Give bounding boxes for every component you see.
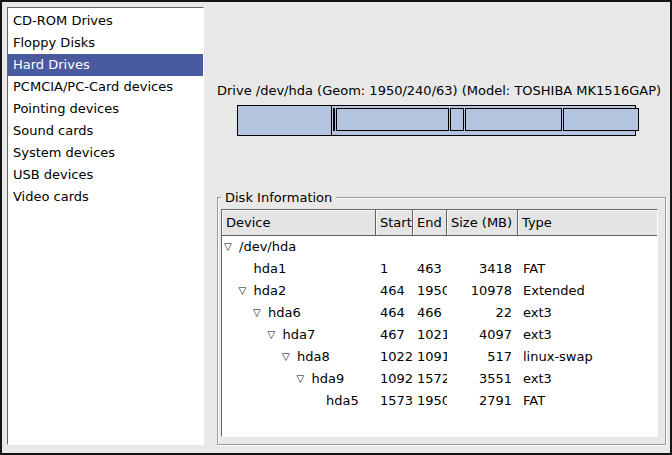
sidebar-item-floppy-disks[interactable]: Floppy Disks bbox=[8, 32, 203, 54]
partition-segment-hda7 bbox=[336, 108, 448, 131]
start-cell: 1573 bbox=[376, 390, 413, 412]
device-cell: ▽hda8 bbox=[222, 346, 376, 368]
sidebar-item-sound-cards[interactable]: Sound cards bbox=[8, 120, 203, 142]
device-cell: ▽hda7 bbox=[222, 324, 376, 346]
start-cell: 1 bbox=[376, 258, 413, 280]
start-cell: 1022 bbox=[376, 346, 413, 368]
end-cell: 1572 bbox=[413, 368, 447, 390]
table-row-hda1[interactable]: hda114633418FAT bbox=[222, 258, 657, 280]
expander-open-icon[interactable]: ▽ bbox=[253, 302, 268, 324]
table-row-hda7[interactable]: ▽hda746710214097ext3 bbox=[222, 324, 657, 346]
partition-segment-hda5 bbox=[563, 108, 639, 131]
expander-open-icon[interactable]: ▽ bbox=[282, 346, 297, 368]
expander-open-icon[interactable]: ▽ bbox=[268, 324, 283, 346]
expander-open-icon[interactable]: ▽ bbox=[224, 236, 239, 258]
end-cell: 1021 bbox=[413, 324, 447, 346]
device-name: hda6 bbox=[268, 302, 301, 324]
column-header-type[interactable]: Type bbox=[518, 210, 657, 236]
size-cell: 22 bbox=[447, 302, 518, 324]
size-cell: 3551 bbox=[447, 368, 518, 390]
type-cell bbox=[518, 236, 657, 258]
size-cell: 4097 bbox=[447, 324, 518, 346]
column-header-end[interactable]: End bbox=[413, 210, 447, 236]
device-cell: ▽hda9 bbox=[222, 368, 376, 390]
expander-open-icon[interactable]: ▽ bbox=[239, 280, 254, 302]
device-cell: ▽/dev/hda bbox=[222, 236, 376, 258]
disk-information-label: Disk Information bbox=[221, 190, 336, 205]
start-cell bbox=[376, 236, 413, 258]
table-row-hda2[interactable]: ▽hda2464195010978Extended bbox=[222, 280, 657, 302]
device-cell: ▽hda6 bbox=[222, 302, 376, 324]
partition-segment-hda2 bbox=[332, 106, 635, 135]
sidebar-item-hard-drives[interactable]: Hard Drives bbox=[8, 54, 203, 76]
type-cell: ext3 bbox=[518, 302, 657, 324]
drive-title: Drive /dev/hda (Geom: 1950/240/63) (Mode… bbox=[217, 83, 657, 99]
device-cell: ▽hda2 bbox=[222, 280, 376, 302]
device-category-list: CD-ROM DrivesFloppy DisksHard DrivesPCMC… bbox=[7, 7, 204, 445]
disk-information-group: Disk Information DeviceStartEndSize (MB)… bbox=[217, 197, 666, 445]
size-cell: 3418 bbox=[447, 258, 518, 280]
end-cell: 1091 bbox=[413, 346, 447, 368]
expander-open-icon[interactable]: ▽ bbox=[297, 368, 312, 390]
type-cell: FAT bbox=[518, 390, 657, 412]
start-cell: 464 bbox=[376, 280, 413, 302]
partition-table: DeviceStartEndSize (MB)Type ▽/dev/hdahda… bbox=[221, 209, 658, 437]
partition-segment-hda6 bbox=[333, 108, 335, 131]
start-cell: 464 bbox=[376, 302, 413, 324]
sidebar-item-pointing-devices[interactable]: Pointing devices bbox=[8, 98, 203, 120]
table-row-hda9[interactable]: ▽hda9109215723551ext3 bbox=[222, 368, 657, 390]
column-header-size-mb[interactable]: Size (MB) bbox=[447, 210, 518, 236]
sidebar-item-video-cards[interactable]: Video cards bbox=[8, 186, 203, 208]
end-cell: 1950 bbox=[413, 390, 447, 412]
device-name: hda5 bbox=[326, 390, 359, 412]
end-cell: 466 bbox=[413, 302, 447, 324]
partition-segment-hda1 bbox=[238, 106, 332, 135]
sidebar-item-system-devices[interactable]: System devices bbox=[8, 142, 203, 164]
sidebar-item-pcmcia-pc-card-devices[interactable]: PCMCIA/PC-Card devices bbox=[8, 76, 203, 98]
type-cell: Extended bbox=[518, 280, 657, 302]
table-row-dev-hda[interactable]: ▽/dev/hda bbox=[222, 236, 657, 258]
device-name: hda1 bbox=[254, 258, 287, 280]
logical-partitions bbox=[333, 108, 634, 131]
end-cell: 463 bbox=[413, 258, 447, 280]
end-cell bbox=[413, 236, 447, 258]
device-cell: hda1 bbox=[222, 258, 376, 280]
device-name: /dev/hda bbox=[239, 236, 296, 258]
hardware-browser-window: CD-ROM DrivesFloppy DisksHard DrivesPCMC… bbox=[0, 0, 672, 455]
table-row-hda8[interactable]: ▽hda810221091517linux-swap bbox=[222, 346, 657, 368]
start-cell: 467 bbox=[376, 324, 413, 346]
type-cell: ext3 bbox=[518, 368, 657, 390]
table-row-hda5[interactable]: hda5157319502791FAT bbox=[222, 390, 657, 412]
partition-table-header: DeviceStartEndSize (MB)Type bbox=[222, 210, 657, 236]
sidebar-item-usb-devices[interactable]: USB devices bbox=[8, 164, 203, 186]
device-name: hda8 bbox=[297, 346, 330, 368]
start-cell: 1092 bbox=[376, 368, 413, 390]
partition-table-body: ▽/dev/hdahda114633418FAT▽hda246419501097… bbox=[222, 236, 657, 412]
partition-segment-hda9 bbox=[465, 108, 562, 131]
column-header-start[interactable]: Start bbox=[376, 210, 413, 236]
type-cell: FAT bbox=[518, 258, 657, 280]
sidebar-item-cd-rom-drives[interactable]: CD-ROM Drives bbox=[8, 10, 203, 32]
device-cell: hda5 bbox=[222, 390, 376, 412]
partition-segment-hda8 bbox=[450, 108, 464, 131]
device-name: hda7 bbox=[283, 324, 316, 346]
device-name: hda2 bbox=[254, 280, 287, 302]
partition-bar bbox=[237, 105, 636, 136]
device-name: hda9 bbox=[312, 368, 345, 390]
size-cell: 2791 bbox=[447, 390, 518, 412]
type-cell: linux-swap bbox=[518, 346, 657, 368]
table-row-hda6[interactable]: ▽hda646446622ext3 bbox=[222, 302, 657, 324]
size-cell: 517 bbox=[447, 346, 518, 368]
type-cell: ext3 bbox=[518, 324, 657, 346]
column-header-device[interactable]: Device bbox=[222, 210, 376, 236]
end-cell: 1950 bbox=[413, 280, 447, 302]
size-cell bbox=[447, 236, 518, 258]
size-cell: 10978 bbox=[447, 280, 518, 302]
